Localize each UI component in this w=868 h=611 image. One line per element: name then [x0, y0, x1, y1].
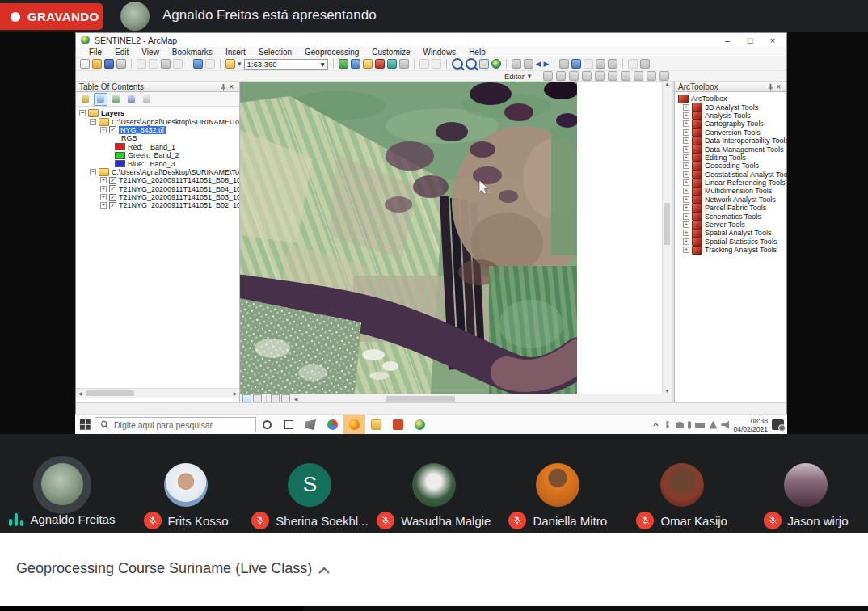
map-vertical-scrollbar[interactable]: ▲ ▼	[662, 82, 672, 394]
list-by-source-button[interactable]	[94, 93, 107, 106]
layer-checkbox[interactable]	[109, 202, 116, 209]
toolbox-item[interactable]: Editing Tools	[678, 154, 786, 162]
measure-icon[interactable]	[584, 59, 593, 69]
fixed-zoom-out-icon[interactable]	[524, 59, 533, 69]
delete-icon[interactable]	[173, 59, 183, 69]
scroll-right-icon[interactable]: ▶	[231, 390, 239, 396]
toolbox-item[interactable]: Server Tools	[678, 221, 786, 229]
identify-icon[interactable]	[571, 59, 581, 69]
open-icon[interactable]	[92, 59, 102, 69]
paste-icon[interactable]	[161, 59, 171, 69]
expand-icon[interactable]	[683, 204, 689, 211]
undo-icon[interactable]	[193, 59, 203, 69]
scrollbar-thumb[interactable]	[664, 203, 670, 245]
expand-icon[interactable]	[100, 186, 107, 192]
toolbox-item[interactable]: Spatial Analyst Tools	[678, 229, 786, 237]
toolbox-item[interactable]: Conversion Tools	[678, 129, 786, 137]
time-slider-icon[interactable]	[628, 59, 638, 69]
arcmap-title-bar[interactable]: SENTINEL2 - ArcMap – □ ×	[76, 33, 786, 47]
go-forward-extent-icon[interactable]: ▶	[543, 59, 549, 69]
copy-icon[interactable]	[149, 59, 158, 69]
menu-customize[interactable]: Customize	[365, 48, 416, 57]
expand-icon[interactable]	[683, 120, 689, 127]
editor-menu[interactable]: Editor	[504, 72, 525, 81]
chrome-icon[interactable]	[322, 415, 343, 435]
menu-file[interactable]: File	[82, 48, 108, 57]
toolbox-item[interactable]: Geostatistical Analyst Tools	[678, 171, 786, 179]
toolbox-item[interactable]: Cartography Tools	[678, 120, 786, 128]
menu-geoprocessing[interactable]: Geoprocessing	[298, 48, 365, 57]
edit-tool-icon[interactable]	[543, 71, 553, 81]
toc-row-layers[interactable]: Layers	[79, 109, 239, 117]
menu-bookmarks[interactable]: Bookmarks	[166, 48, 219, 57]
edit-annotation-icon[interactable]	[556, 71, 566, 81]
straight-segment-icon[interactable]	[569, 71, 579, 81]
toc-options-button[interactable]	[140, 93, 154, 106]
python-icon[interactable]	[399, 59, 409, 69]
expand-icon[interactable]	[100, 177, 107, 183]
scrollbar-thumb[interactable]	[86, 390, 134, 396]
menu-windows[interactable]: Windows	[417, 48, 463, 57]
layer-checkbox[interactable]	[109, 194, 116, 201]
toolbox-item[interactable]: Parcel Fabric Tools	[678, 204, 786, 212]
expand-icon[interactable]	[683, 247, 689, 253]
new-document-icon[interactable]	[80, 59, 90, 69]
expand-icon[interactable]	[683, 162, 689, 169]
menu-insert[interactable]: Insert	[219, 48, 252, 57]
split-icon[interactable]	[659, 71, 669, 81]
expand-icon[interactable]	[683, 188, 689, 194]
toc-close-icon[interactable]: ×	[227, 82, 236, 91]
start-button[interactable]	[75, 415, 95, 435]
edit-vertices-icon[interactable]	[621, 71, 630, 81]
layer-checkbox[interactable]	[109, 126, 116, 133]
find-icon[interactable]	[596, 59, 605, 69]
scroll-left-icon[interactable]: ◀	[292, 396, 300, 402]
cut-polygons-icon[interactable]	[647, 71, 656, 81]
pin-icon[interactable]	[220, 83, 227, 91]
print-icon[interactable]	[116, 59, 126, 69]
toolbox-item[interactable]: Schematics Tools	[678, 212, 786, 220]
point-icon[interactable]	[608, 71, 617, 81]
expand-icon[interactable]	[683, 238, 689, 245]
participant-tile-wasudha[interactable]: Wasudha Malgie	[372, 434, 495, 533]
toc-row-group-1[interactable]: C:\Users\Agnal\Desktop\SURINAME\Topic 3 …	[79, 117, 239, 125]
toc-row-b03[interactable]: T21NYG_20200911T141051_B03_10m.jp2	[79, 193, 239, 201]
collapse-icon[interactable]	[90, 119, 96, 125]
taskbar-clock[interactable]: 08:38 04/02/2021	[733, 417, 768, 433]
toolbox-root[interactable]: ArcToolbox	[678, 95, 786, 103]
collapse-icon[interactable]	[79, 110, 86, 116]
collapse-icon[interactable]	[90, 169, 96, 175]
layer-checkbox[interactable]	[109, 185, 116, 192]
table-icon[interactable]	[351, 59, 360, 69]
expand-icon[interactable]	[683, 221, 689, 228]
mail-app-icon[interactable]	[300, 415, 322, 435]
add-data-icon[interactable]	[225, 59, 235, 69]
list-by-selection-button[interactable]	[124, 93, 138, 106]
go-back-extent-icon[interactable]: ◀	[536, 59, 541, 69]
menu-view[interactable]: View	[135, 48, 166, 57]
expand-icon[interactable]	[683, 213, 689, 220]
scrollbar-thumb[interactable]	[386, 396, 455, 402]
expand-icon[interactable]	[683, 129, 689, 136]
bluetooth-icon[interactable]	[664, 421, 672, 429]
toolbox-item[interactable]: Geocoding Tools	[678, 162, 786, 170]
toolbox-item[interactable]: Analysis Tools	[678, 112, 786, 120]
georeferencing-icon[interactable]	[432, 59, 441, 69]
notification-center-icon[interactable]	[772, 419, 784, 430]
expand-icon[interactable]	[100, 194, 107, 200]
zoom-out-icon[interactable]	[466, 58, 477, 70]
model-builder-icon[interactable]	[387, 59, 397, 69]
toolbox-item[interactable]: Linear Referencing Tools	[678, 179, 786, 187]
participant-tile-omar[interactable]: Omar Kasijo	[620, 434, 744, 533]
scroll-left-icon[interactable]: ◀	[76, 390, 84, 396]
chevron-up-icon[interactable]	[317, 566, 331, 575]
expand-icon[interactable]	[683, 104, 689, 111]
arctoolbox-close-icon[interactable]: ×	[774, 82, 783, 91]
expand-icon[interactable]	[100, 202, 107, 209]
save-icon[interactable]	[104, 59, 114, 69]
layout-view-button[interactable]	[253, 394, 262, 402]
expand-icon[interactable]	[683, 146, 689, 153]
arcmap-taskbar-icon[interactable]	[409, 415, 431, 435]
pan-tool-icon[interactable]	[479, 59, 489, 69]
pin-icon[interactable]	[767, 83, 774, 91]
